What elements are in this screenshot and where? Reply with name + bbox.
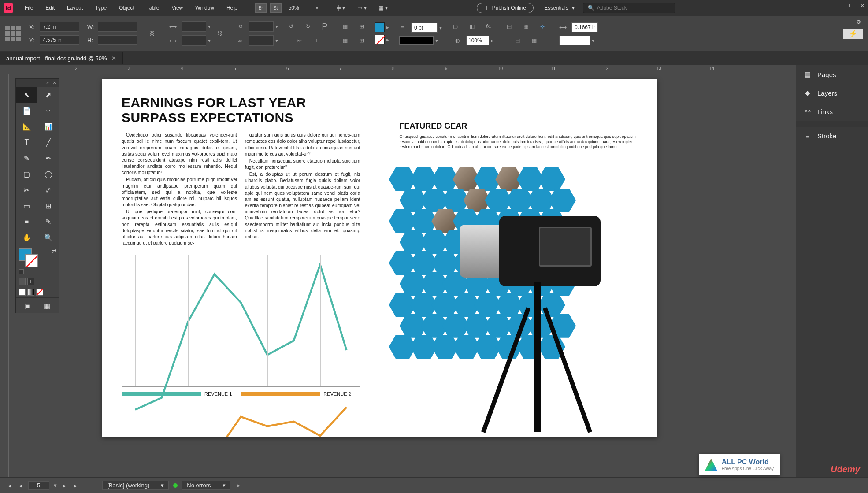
tool-button-2[interactable]: 📄 [16,103,37,119]
close-icon[interactable]: ✕ [111,55,116,62]
apply-gradient-icon[interactable] [27,289,34,296]
corner-options-icon[interactable]: ▢ [449,21,461,32]
chevron-down-icon[interactable]: ▾ [275,37,278,44]
menu-layout[interactable]: Layout [62,2,88,14]
text-wrap-none-icon[interactable]: ▤ [503,21,515,32]
panel-pages[interactable]: ▤Pages [796,65,868,84]
menu-edit[interactable]: Edit [40,2,60,14]
view-options-icon[interactable]: ╪ ▾ [333,3,349,13]
tool-button-9[interactable]: ✒ [37,150,59,166]
stroke-color-icon[interactable] [25,254,38,267]
kern-input[interactable] [571,22,598,32]
tool-button-3[interactable]: ↔ [37,103,59,119]
gear-icon[interactable]: ⚙ [856,19,861,25]
flip-h-icon[interactable]: ⇤ [294,35,305,46]
constrain-scale-icon[interactable]: ⛓ [214,28,226,39]
chevron-right-icon[interactable]: ▸ [386,24,389,30]
panel-layers[interactable]: ◆Layers [796,84,868,102]
menu-help[interactable]: Help [221,2,243,14]
stock-search-input[interactable]: 🔍 Adobe Stock [583,3,675,13]
tool-button-12[interactable]: ✂ [16,182,37,198]
next-page-icon[interactable]: ▸ [61,482,68,489]
y-input[interactable] [40,35,79,45]
chevron-right-icon[interactable]: ▸ [491,37,493,44]
quick-apply-icon[interactable]: ⚡ [843,29,863,39]
end-swatch[interactable] [559,36,590,45]
menu-table[interactable]: Table [141,2,165,14]
constrain-icon[interactable]: ⛓ [147,28,158,39]
chevron-down-icon[interactable]: ▾ [435,37,438,44]
apply-none-icon[interactable] [36,289,43,296]
prev-page-icon[interactable]: ◂ [17,482,24,489]
preview-view-icon[interactable]: ▦ [38,300,56,311]
select-content-icon[interactable]: ⊞ [356,21,367,32]
arrange-icon[interactable]: ▦ ▾ [375,3,391,13]
chevron-right-icon[interactable]: ▸ [386,37,389,43]
close-icon[interactable]: ✕ [52,80,56,86]
tool-button-17[interactable]: ✎ [37,214,59,230]
x-input[interactable] [40,22,79,32]
minimize-icon[interactable]: — [831,3,836,9]
panel-links[interactable]: ⚯Links [796,102,868,121]
swap-icon[interactable]: ⇄ [52,248,56,254]
menu-type[interactable]: Type [90,2,112,14]
tool-button-0[interactable]: ⬉ [16,87,37,103]
text-wrap-bound-icon[interactable]: ▦ [520,21,531,32]
rotate-cw-icon[interactable]: ↻ [302,21,314,32]
chevron-down-icon[interactable]: ▾ [208,37,211,44]
w-input[interactable] [98,22,137,32]
workspace-dropdown[interactable]: Essentials ▾ [544,5,575,11]
stroke-swatch[interactable] [375,35,385,44]
tool-button-6[interactable]: T [16,134,37,150]
formatting-text-icon[interactable]: T [27,278,34,285]
tool-button-10[interactable]: ▢ [16,166,37,182]
tool-button-15[interactable]: ⊞ [37,198,59,214]
shear-input[interactable] [249,35,274,46]
fx-icon[interactable]: fx. [483,21,494,32]
bridge-button[interactable]: Br [255,3,267,13]
menu-view[interactable]: View [166,2,188,14]
reference-point-icon[interactable] [5,26,21,41]
maximize-icon[interactable]: ☐ [846,3,850,9]
tool-button-14[interactable]: ▭ [16,198,37,214]
zoom-dropdown[interactable]: 50% ▾ [289,5,318,11]
select-prev-icon[interactable]: ▦ [339,35,351,46]
tool-button-13[interactable]: ⤢ [37,182,59,198]
chevron-down-icon[interactable]: ▾ [208,23,211,30]
tool-button-1[interactable]: ⬈ [37,87,59,103]
tool-button-4[interactable]: 📐 [16,119,37,134]
select-container-icon[interactable]: ▦ [339,21,351,32]
drop-shadow-icon[interactable]: ◧ [466,21,478,32]
text-wrap-jump-icon[interactable]: ▦ [528,35,540,46]
select-next-icon[interactable]: ⊞ [356,35,367,46]
chevron-down-icon[interactable]: ▾ [275,23,278,30]
chevron-down-icon[interactable]: ▾ [54,482,57,489]
tool-button-16[interactable]: ≡ [16,214,37,230]
chevron-down-icon[interactable]: ▾ [439,25,442,31]
scale-y-input[interactable] [182,35,206,46]
screen-mode-icon[interactable]: ▭ ▾ [354,3,370,13]
tool-button-7[interactable]: ╱ [37,134,59,150]
errors-dropdown[interactable]: No errors▾ [182,481,230,490]
document-spread[interactable]: EARNINGS FOR LAST YEAR SURPASS EXPECTATI… [102,79,657,437]
stroke-weight-input[interactable] [411,23,438,33]
menu-window[interactable]: Window [190,2,219,14]
scale-x-input[interactable] [182,21,206,32]
opacity-input[interactable] [466,36,489,45]
text-wrap-shape-icon[interactable]: ▤ [512,35,523,46]
fill-stroke-swatch[interactable] [19,248,38,267]
last-page-icon[interactable]: ▸| [72,482,81,489]
page-number-input[interactable] [28,481,49,490]
panel-stroke[interactable]: ≡Stroke [796,127,868,145]
formatting-container-icon[interactable] [19,278,26,285]
chevron-right-icon[interactable]: ▸ [237,482,241,489]
menu-object[interactable]: Object [114,2,140,14]
apply-color-icon[interactable] [19,289,26,296]
tool-button-5[interactable]: 📊 [37,119,59,134]
stroke-style-dropdown[interactable] [399,36,434,45]
default-colors-icon[interactable] [19,269,24,274]
tool-button-8[interactable]: ✎ [16,150,37,166]
rotate-input[interactable] [249,21,274,32]
normal-view-icon[interactable]: ▣ [19,300,36,311]
tool-button-18[interactable]: ✋ [16,230,37,245]
